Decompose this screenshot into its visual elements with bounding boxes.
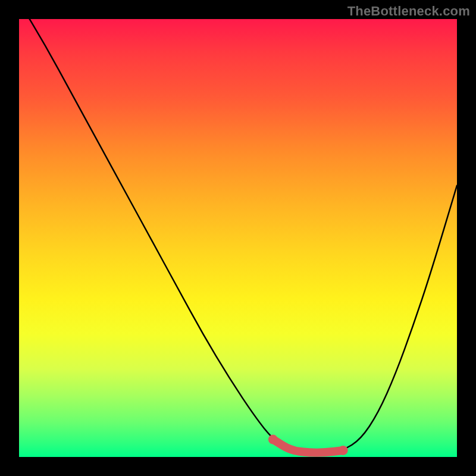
svg-point-0 xyxy=(268,435,278,444)
svg-point-1 xyxy=(339,446,348,455)
optimal-region-marker xyxy=(19,19,457,457)
chart-frame: TheBottleneck.com xyxy=(0,0,476,476)
watermark-text: TheBottleneck.com xyxy=(347,4,470,19)
plot-area xyxy=(19,19,457,457)
